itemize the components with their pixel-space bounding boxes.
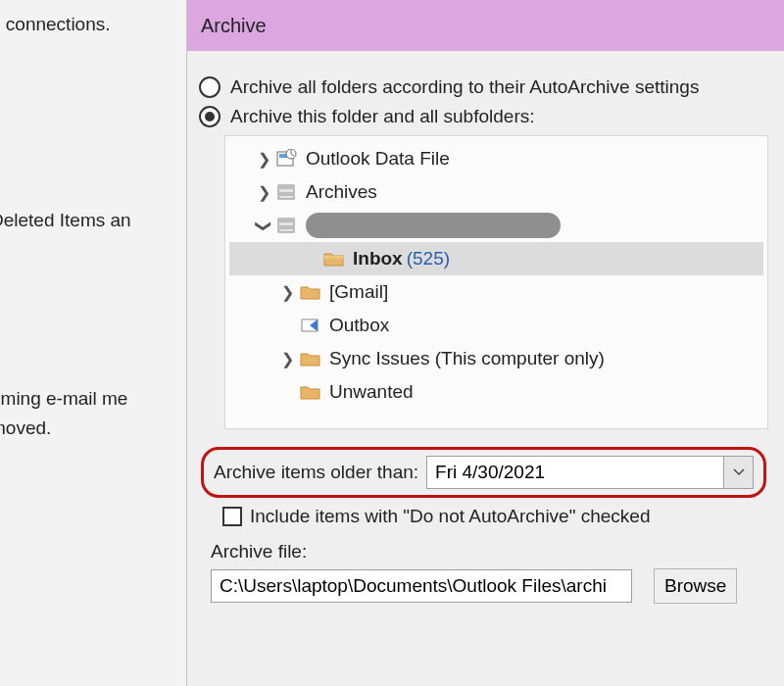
archive-date-row: Archive items older than:: [201, 447, 766, 498]
svg-rect-9: [278, 219, 294, 222]
folder-icon: [298, 281, 323, 303]
chevron-right-icon[interactable]: ❯: [276, 350, 298, 368]
dialog-title: Archive: [201, 15, 267, 37]
chevron-right-icon[interactable]: ❯: [253, 150, 274, 169]
radio-this-folder[interactable]: Archive this folder and all subfolders:: [199, 106, 768, 127]
radio-icon: [199, 76, 220, 98]
tree-label: Outbox: [329, 315, 389, 336]
folder-icon: [298, 348, 323, 369]
archive-date-picker[interactable]: [426, 456, 754, 489]
bg-text-1: e connections.: [0, 14, 111, 35]
tree-node-outbox[interactable]: Outbox: [229, 309, 763, 342]
folder-icon: [321, 248, 347, 270]
tree-node-unwanted[interactable]: Unwanted: [229, 375, 763, 409]
data-file-icon: [274, 148, 300, 170]
svg-rect-7: [278, 192, 294, 196]
chevron-down-icon[interactable]: ❯: [255, 215, 273, 236]
tree-node-sync-issues[interactable]: ❯ Sync Issues (This computer only): [229, 342, 763, 375]
radio-this-folder-label: Archive this folder and all subfolders:: [230, 106, 535, 127]
tree-label: Archives: [306, 181, 377, 203]
redacted-account-name: [306, 213, 561, 238]
folder-icon: [298, 381, 323, 403]
tree-label: Inbox: [353, 248, 403, 270]
bg-text-2: Deleted Items an: [0, 210, 131, 231]
date-dropdown-button[interactable]: [723, 457, 753, 488]
bg-text-3: oming e-mail me: [0, 388, 127, 410]
tree-node-archives[interactable]: ❯ Archives: [229, 175, 763, 209]
chevron-down-icon: [733, 468, 745, 476]
tree-node-account[interactable]: ❯: [229, 209, 763, 242]
tree-node-inbox[interactable]: Inbox (525): [229, 242, 763, 275]
folder-tree[interactable]: ❯ Outlook Data File ❯ Archives ❯: [224, 135, 768, 429]
chevron-right-icon[interactable]: ❯: [253, 183, 274, 202]
include-label: Include items with "Do not AutoArchive" …: [250, 506, 650, 527]
radio-all-folders[interactable]: Archive all folders according to their A…: [199, 76, 768, 98]
unread-count: (525): [407, 248, 450, 270]
svg-rect-6: [278, 185, 294, 189]
archive-icon: [274, 215, 300, 236]
checkbox-icon: [222, 507, 242, 526]
tree-label: Unwanted: [329, 381, 414, 403]
browse-button[interactable]: Browse: [654, 568, 737, 604]
radio-icon: [199, 106, 220, 127]
tree-node-gmail[interactable]: ❯ [Gmail]: [229, 275, 763, 309]
outbox-icon: [298, 315, 323, 336]
svg-rect-11: [324, 256, 343, 259]
bg-text-4: moved.: [0, 417, 51, 439]
tree-label: Outlook Data File: [306, 148, 450, 170]
background-pane: e connections. Deleted Items an oming e-…: [0, 0, 186, 686]
tree-label: [Gmail]: [329, 281, 388, 303]
archive-file-input[interactable]: [211, 569, 632, 603]
archive-icon: [274, 181, 300, 203]
tree-node-outlook-data-file[interactable]: ❯ Outlook Data File: [229, 142, 763, 175]
dialog-titlebar[interactable]: Archive: [187, 0, 784, 51]
archive-date-input[interactable]: [427, 462, 723, 483]
chevron-right-icon[interactable]: ❯: [276, 283, 298, 302]
tree-label: Sync Issues (This computer only): [329, 348, 605, 369]
archive-file-label: Archive file:: [211, 541, 768, 563]
archive-older-label: Archive items older than:: [214, 462, 418, 483]
archive-dialog: Archive Archive all folders according to…: [186, 0, 784, 686]
radio-all-folders-label: Archive all folders according to their A…: [230, 76, 699, 98]
include-do-not-autoarchive[interactable]: Include items with "Do not AutoArchive" …: [222, 506, 768, 527]
svg-rect-10: [278, 225, 294, 229]
